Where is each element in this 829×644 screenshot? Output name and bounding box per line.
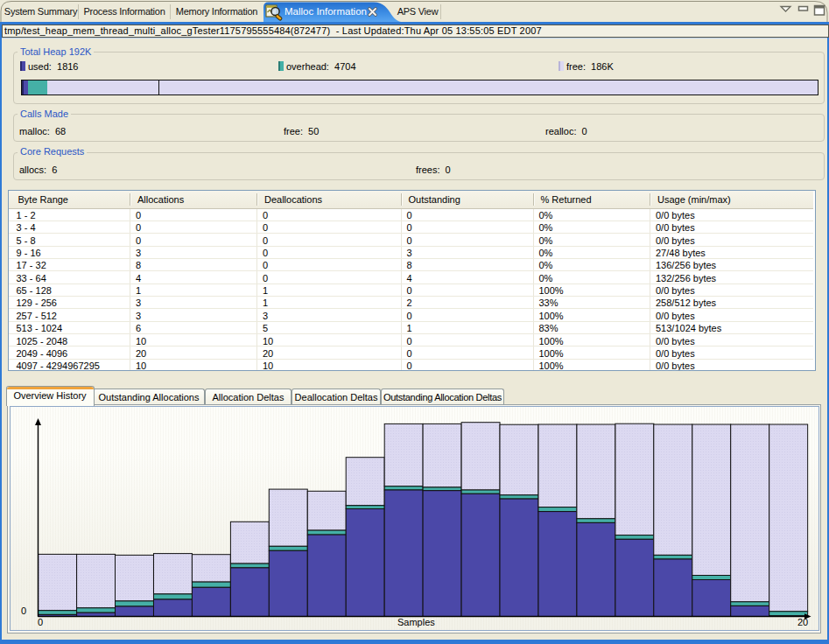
svg-text:0: 0 — [21, 606, 26, 616]
svg-text:20: 20 — [797, 617, 808, 627]
svg-text:Malloc Information: Malloc Information — [285, 6, 367, 17]
svg-text:Samples: Samples — [397, 617, 435, 627]
svg-text:0: 0 — [38, 617, 43, 627]
